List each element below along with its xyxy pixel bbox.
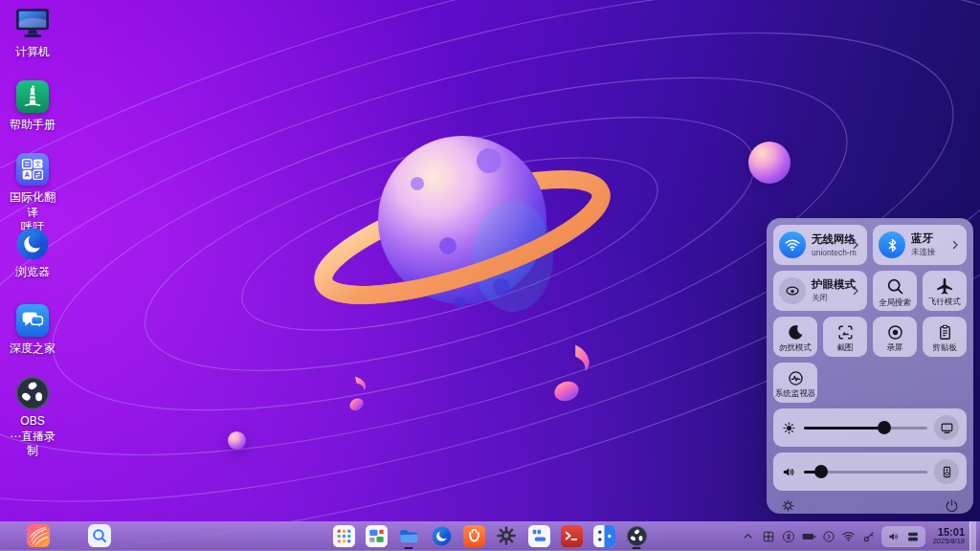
screenshot-label: 截图 — [837, 342, 854, 354]
desktop-icon-label: OBS — [20, 414, 44, 428]
screenshot-tile[interactable]: 截图 — [823, 317, 867, 357]
desktop-icon-label: 浏览器 — [5, 265, 60, 280]
glyph-a: A — [25, 170, 31, 179]
speaker-icon — [781, 464, 797, 480]
desktop: 计算机 帮助手册 — [0, 0, 980, 551]
deepin-home-icon — [14, 302, 51, 339]
brightness-icon — [781, 420, 797, 436]
computer-icon — [14, 6, 51, 42]
desktop-icon-label: 国际化翻译 — [10, 190, 56, 219]
show-apps-button[interactable] — [332, 524, 355, 547]
desktop-icon-browser[interactable]: 浏览器 — [5, 226, 60, 280]
clipboard-label: 剪贴板 — [932, 342, 957, 354]
planet-illustration — [304, 103, 620, 371]
settings-icon[interactable] — [781, 498, 795, 513]
desktop-icon-label: 深度之家 — [5, 342, 60, 357]
app-store-button[interactable] — [462, 524, 485, 547]
brightness-slider[interactable] — [804, 421, 927, 434]
speaker-tray-icon[interactable] — [886, 529, 902, 544]
music-note-large — [551, 339, 593, 404]
tray-expand-chevron-icon[interactable] — [741, 529, 756, 544]
bluetooth-tray-icon[interactable] — [781, 529, 796, 544]
eye-icon — [779, 277, 806, 304]
dnd-mode-tile[interactable]: 勿扰模式 — [773, 317, 817, 357]
input-method-icon[interactable] — [761, 529, 776, 544]
brightness-slider-knob[interactable] — [878, 421, 891, 434]
screen-record-tile[interactable]: 录屏 — [873, 317, 917, 357]
desktop-icon-obs[interactable]: OBS ⋯直播录制 — [5, 375, 60, 459]
wifi-icon — [779, 231, 806, 258]
dnd-mode-label: 勿扰模式 — [779, 342, 812, 354]
screenshot-icon — [836, 323, 855, 342]
chevron-right-icon — [949, 239, 961, 251]
settings-button[interactable] — [495, 524, 518, 547]
desktop-icon-label: 帮助手册 — [5, 118, 60, 133]
screen-record-label: 录屏 — [887, 342, 903, 354]
file-manager-button[interactable] — [397, 524, 420, 547]
terminal-button[interactable] — [560, 524, 583, 547]
translation-icon: 文 A — [14, 151, 51, 187]
clipboard-icon — [936, 323, 954, 342]
obs-button[interactable] — [625, 524, 648, 547]
desktop-icon-computer[interactable]: 计算机 — [5, 6, 60, 60]
music-note-small — [341, 370, 374, 413]
tray-plugin-area[interactable] — [881, 526, 925, 547]
desktop-icon-deepin-home[interactable]: 深度之家 — [5, 302, 60, 357]
display-icon[interactable] — [934, 415, 959, 440]
multitasking-view-button[interactable] — [365, 524, 388, 547]
browser-icon — [14, 226, 51, 262]
desktop-icon-label-line2: ⋯直播录制 — [10, 430, 56, 458]
bluetooth-icon — [879, 231, 905, 258]
airplane-mode-label: 飞行模式 — [928, 297, 961, 308]
airplane-icon — [935, 276, 954, 296]
desktop-icon-i18n-translation[interactable]: 文 A 国际化翻译 呼吁 — [5, 151, 60, 235]
glyph-wen: 文 — [34, 160, 41, 168]
eye-protection-subtitle: 关闭 — [812, 293, 850, 304]
bluetooth-subtitle: 未连接 — [911, 247, 949, 258]
volume-slider[interactable] — [804, 465, 927, 478]
search-icon — [885, 276, 905, 297]
control-center-panel: 无线网络 uniontech-m 蓝牙 未连接 护眼模式 — [767, 218, 973, 514]
dock-widget-icon[interactable] — [905, 529, 921, 544]
wifi-tile[interactable]: 无线网络 uniontech-m — [773, 225, 867, 265]
clock-date: 2025/8/19 — [933, 538, 965, 545]
airplane-mode-tile[interactable]: 飞行模式 — [923, 271, 967, 311]
global-search-tile[interactable]: 全局搜索 — [873, 271, 917, 311]
power-icon[interactable] — [945, 498, 959, 513]
record-icon — [886, 323, 904, 342]
bluetooth-tile[interactable]: 蓝牙 未连接 — [873, 225, 967, 265]
running-indicator — [405, 547, 413, 550]
system-monitor-icon — [787, 369, 805, 387]
desktop-icon-help-manual[interactable]: 帮助手册 — [5, 78, 60, 133]
chevron-right-icon — [850, 285, 861, 297]
launcher-button[interactable] — [27, 524, 50, 547]
volume-slider-knob[interactable] — [814, 465, 828, 478]
system-monitor-label: 系统监视器 — [775, 388, 816, 400]
clipboard-tile[interactable]: 剪贴板 — [923, 317, 967, 357]
taskbar: 15:01 2025/8/19 — [0, 521, 980, 551]
eye-protection-tile[interactable]: 护眼模式 关闭 — [773, 271, 867, 311]
bluetooth-title: 蓝牙 — [911, 231, 949, 246]
control-center-footer — [773, 491, 967, 513]
clock[interactable]: 15:01 2025/8/19 — [933, 527, 965, 545]
media-control-tray-icon[interactable] — [821, 529, 836, 544]
brightness-tile — [773, 408, 967, 447]
grand-search-button[interactable] — [88, 524, 111, 547]
wifi-subtitle: uniontech-m — [812, 248, 850, 257]
show-desktop-button[interactable] — [969, 521, 976, 551]
running-indicator — [633, 547, 641, 550]
wifi-tray-icon[interactable] — [841, 529, 857, 544]
help-manual-icon — [14, 78, 51, 115]
text-editor-button[interactable] — [527, 524, 550, 547]
obs-icon — [14, 375, 51, 411]
moon-icon — [787, 323, 805, 342]
tiny-planet-decoration — [228, 431, 246, 450]
eye-protection-title: 护眼模式 — [812, 277, 850, 292]
system-monitor-tile[interactable]: 系统监视器 — [773, 363, 817, 403]
battery-icon[interactable] — [801, 529, 816, 544]
browser-button[interactable] — [430, 524, 453, 547]
key-icon[interactable] — [861, 529, 877, 544]
audio-device-icon[interactable] — [934, 459, 959, 484]
desktop-icon-label: 计算机 — [5, 45, 60, 60]
media-app-button[interactable] — [592, 524, 615, 547]
